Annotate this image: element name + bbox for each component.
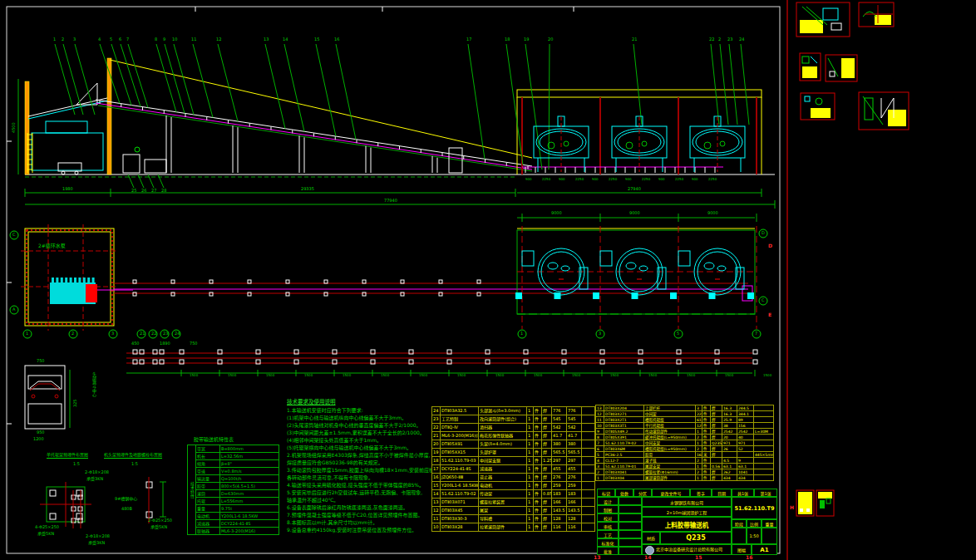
spec-cell: 800×5(4.5+1.5) [220,483,279,490]
strip-bay-dim: 1500 [534,374,542,377]
bom-cell: 51.62.110.T9-02 [441,490,479,499]
bom-cell: 16 [432,474,441,482]
bom-cell: 1041 [737,469,754,475]
bom-cell: 276 [552,474,567,482]
bom-cell: 件 [534,457,542,465]
zone-number-15: 15 [695,555,702,560]
bom-cell: 减速器 [479,465,527,474]
bom-cell: 焊 [542,440,552,449]
axis-tank-label: 1 [520,332,523,336]
tb-top-5: 签字 [690,489,712,497]
plan-support [324,280,328,283]
callout-label: 1 [53,37,56,42]
tb-code: 51.62.110.T9 [732,497,777,519]
bom-row: 19DTⅡ05XX15头部护罩1件焊565.5565.5 [432,449,595,457]
bom-cell [754,458,774,464]
bom-cell: 26 [722,446,737,452]
bom-cell: 63.1 [737,464,754,469]
tb-company: 北京中冶设备研究设计总院有限公司 [656,548,722,552]
tb-top-4: 更改文件号 [652,489,690,497]
callout-leader [729,44,737,125]
bom-row: 751.62.110.T9-02中间支架1件Q235971971 [596,440,774,446]
axis-tank-label: 5 [677,332,679,336]
bom-table-right: 13DTⅡ03X204上部栏杆3件焊16.3244.512DTⅡ03X271中间… [595,405,774,481]
bom-cell [754,464,774,469]
under-tank-dim: 2250 [542,178,550,181]
callout-leader [336,44,356,140]
row-right-top-label: D [762,231,765,235]
bom-cell: 件 [534,424,542,432]
tb-drawing-title: 上料胶带输送机 [642,517,732,532]
tb-project: 2×10m球团竖炉工程 [642,507,732,517]
tb-top-3: 分区 [633,489,652,497]
pump-house-plan [21,224,133,331]
bom-row: 13DTⅡ03X204上部栏杆3件焊16.3244.5 [596,405,774,411]
spec-table-title: 胶带输送机特性表 [194,437,234,442]
strip-bay-dim: 1500 [228,374,236,377]
zone-number-16: 16 [746,555,752,560]
bom-cell: 螺旋拉紧(Φ16mm) [644,469,696,475]
bom-cell: 15 [432,482,441,490]
bom-cell: 434 [722,475,737,481]
tank-detail [704,142,711,149]
bom-cell: DTⅡ03X2T1 [604,417,644,423]
drive-teeth [92,278,95,282]
strip-bay-dim: 1500 [648,374,657,377]
bom-cell: 件 [702,464,711,469]
head-callout-leader [158,174,164,188]
plan-cyan-support [670,292,677,299]
bom-cell: 焊 [711,423,722,429]
spec-cell: 重量 [196,505,220,513]
callout-label: 12 [216,37,221,42]
callout-leader [633,44,642,125]
tank-plan-impeller [639,266,648,271]
row-left-top-label: C [12,233,16,237]
anchor-label-f: 9#槽钢中心 [115,497,137,501]
plan-support [439,280,442,283]
callout-leader [218,44,238,121]
bom-cell: 清扫器 [479,424,527,432]
callout-label: 8 [155,37,157,42]
head-callout-label: 26 [141,189,146,193]
bom-cell: 尾部滚筒部件 [644,475,696,481]
bom-cell [754,405,774,411]
under-tank-dim: 900 [559,178,565,181]
section-dim-base: 1200 [33,437,44,441]
spec-row: 技术特性带宽B=800mm [188,445,279,453]
tank-detail [626,142,633,149]
note-line: 焊接质量应符合GB50236-98的有关规定。 [287,459,431,466]
note-line: 5.安装完毕后应进行2h空载试车,运转平稳,无跑偏、卡阻现象, [287,489,431,496]
bom-cell [754,469,774,475]
bom-cell: 116 [552,523,567,532]
bom-cell: JZQ650-ⅡⅢ [441,474,479,482]
anchor-label-d: 2-Φ25×250 [148,518,172,523]
strip-bay-dim: 1500 [266,374,274,377]
bom-cell: 434 [737,475,754,481]
bom-row: 5PC36-2.5胶带16米焊445×5mm [596,452,774,458]
callout-label: 4 [98,37,101,42]
bom-cell: 11 [596,417,604,423]
plan-cyan-support [515,292,522,299]
tank-plan-impeller [626,263,636,269]
bom-cell: 件 [534,482,542,490]
bom-cell [754,435,774,440]
sig-label: 标准化 [597,538,619,547]
bom-cell: 143.5 [567,507,582,515]
bom-cell [582,499,595,507]
bom-cell: 0.56 [711,464,722,469]
bom-cell: 21 [432,432,441,440]
bom-cell [582,482,595,490]
bom-cell: 1 [596,475,604,481]
under-tank-dim: 2250 [675,178,683,181]
detail-thumbnail-2 [859,2,894,27]
tb-sheet-no: 第1张 [754,489,777,497]
callout-label: 2 [718,37,721,42]
callout-label: 16 [334,37,339,42]
tb-scale-value: 1:50 [747,528,762,544]
bom-cell [582,490,595,499]
bom-cell [582,465,595,474]
tb-material-label: 材质 [642,532,660,544]
bom-cell: 297 [567,457,582,465]
bom-cell: 焊 [542,424,552,432]
detail-thumbnail-3 [800,53,821,81]
